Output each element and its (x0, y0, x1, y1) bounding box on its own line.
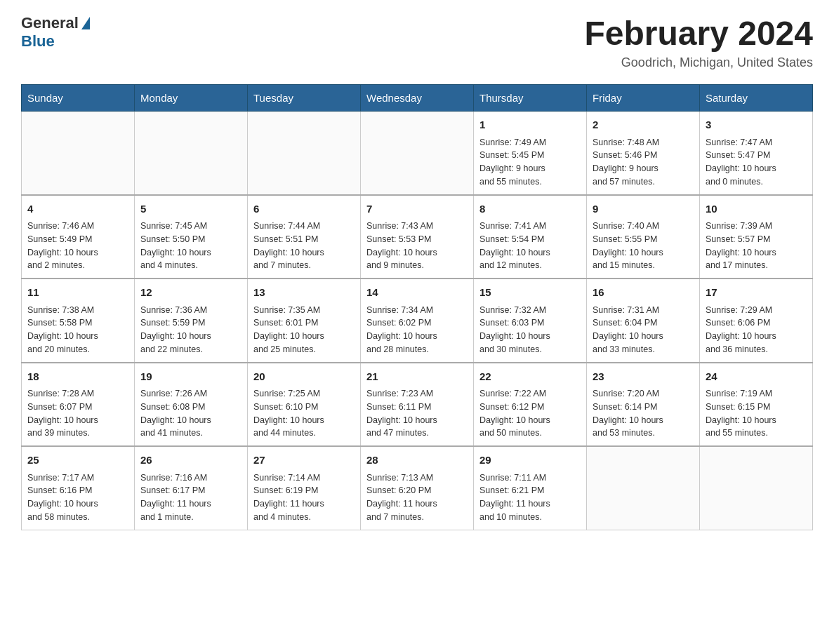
logo-blue-text: Blue (21, 32, 55, 51)
day-number: 29 (479, 452, 581, 469)
calendar-cell: 23Sunrise: 7:20 AM Sunset: 6:14 PM Dayli… (587, 363, 700, 447)
logo: General Blue (21, 14, 91, 51)
week-row-2: 4Sunrise: 7:46 AM Sunset: 5:49 PM Daylig… (22, 195, 813, 279)
weekday-header-thursday: Thursday (474, 85, 587, 112)
calendar-cell: 7Sunrise: 7:43 AM Sunset: 5:53 PM Daylig… (361, 195, 474, 279)
calendar-cell (248, 112, 361, 195)
day-number: 18 (27, 369, 128, 385)
day-number: 1 (479, 117, 581, 133)
day-info: Sunrise: 7:47 AM Sunset: 5:47 PM Dayligh… (706, 136, 807, 189)
day-info: Sunrise: 7:41 AM Sunset: 5:54 PM Dayligh… (479, 220, 581, 272)
day-number: 14 (366, 285, 468, 301)
day-number: 2 (593, 117, 694, 133)
calendar-cell: 9Sunrise: 7:40 AM Sunset: 5:55 PM Daylig… (587, 195, 700, 279)
day-info: Sunrise: 7:36 AM Sunset: 5:59 PM Dayligh… (140, 304, 241, 356)
calendar-cell: 3Sunrise: 7:47 AM Sunset: 5:47 PM Daylig… (700, 112, 813, 195)
day-number: 19 (140, 369, 241, 385)
day-number: 9 (593, 201, 694, 217)
calendar-cell (135, 112, 248, 195)
day-info: Sunrise: 7:19 AM Sunset: 6:15 PM Dayligh… (706, 387, 807, 440)
day-number: 8 (479, 201, 581, 217)
day-number: 6 (253, 201, 355, 217)
calendar-cell: 10Sunrise: 7:39 AM Sunset: 5:57 PM Dayli… (700, 195, 813, 279)
day-info: Sunrise: 7:40 AM Sunset: 5:55 PM Dayligh… (593, 220, 694, 272)
week-row-5: 25Sunrise: 7:17 AM Sunset: 6:16 PM Dayli… (22, 446, 813, 530)
day-info: Sunrise: 7:22 AM Sunset: 6:12 PM Dayligh… (479, 387, 581, 440)
weekday-header-friday: Friday (587, 85, 700, 112)
calendar-cell: 5Sunrise: 7:45 AM Sunset: 5:50 PM Daylig… (135, 195, 248, 279)
calendar-cell (361, 112, 474, 195)
day-number: 7 (366, 201, 468, 217)
weekday-header-tuesday: Tuesday (248, 85, 361, 112)
week-row-1: 1Sunrise: 7:49 AM Sunset: 5:45 PM Daylig… (22, 112, 813, 195)
day-info: Sunrise: 7:45 AM Sunset: 5:50 PM Dayligh… (140, 220, 241, 272)
day-info: Sunrise: 7:32 AM Sunset: 6:03 PM Dayligh… (479, 304, 581, 356)
weekday-header-saturday: Saturday (700, 85, 813, 112)
day-number: 16 (593, 285, 694, 301)
weekday-header-monday: Monday (135, 85, 248, 112)
day-info: Sunrise: 7:35 AM Sunset: 6:01 PM Dayligh… (253, 304, 355, 356)
day-info: Sunrise: 7:39 AM Sunset: 5:57 PM Dayligh… (706, 220, 807, 272)
day-number: 3 (706, 117, 807, 133)
calendar-cell: 21Sunrise: 7:23 AM Sunset: 6:11 PM Dayli… (361, 363, 474, 447)
calendar-cell: 14Sunrise: 7:34 AM Sunset: 6:02 PM Dayli… (361, 279, 474, 363)
day-info: Sunrise: 7:44 AM Sunset: 5:51 PM Dayligh… (253, 220, 355, 272)
week-row-3: 11Sunrise: 7:38 AM Sunset: 5:58 PM Dayli… (22, 279, 813, 363)
day-info: Sunrise: 7:13 AM Sunset: 6:20 PM Dayligh… (366, 471, 468, 524)
calendar-cell: 4Sunrise: 7:46 AM Sunset: 5:49 PM Daylig… (22, 195, 135, 279)
day-number: 28 (366, 452, 468, 469)
calendar-table: SundayMondayTuesdayWednesdayThursdayFrid… (21, 84, 813, 530)
day-info: Sunrise: 7:34 AM Sunset: 6:02 PM Dayligh… (366, 304, 468, 356)
calendar-cell: 6Sunrise: 7:44 AM Sunset: 5:51 PM Daylig… (248, 195, 361, 279)
calendar-cell: 28Sunrise: 7:13 AM Sunset: 6:20 PM Dayli… (361, 446, 474, 530)
day-number: 26 (140, 452, 241, 469)
day-info: Sunrise: 7:17 AM Sunset: 6:16 PM Dayligh… (27, 471, 128, 524)
calendar-cell: 19Sunrise: 7:26 AM Sunset: 6:08 PM Dayli… (135, 363, 248, 447)
logo-general-text: General (21, 14, 79, 32)
weekday-header-row: SundayMondayTuesdayWednesdayThursdayFrid… (22, 85, 813, 112)
calendar-cell: 29Sunrise: 7:11 AM Sunset: 6:21 PM Dayli… (474, 446, 587, 530)
calendar-cell (587, 446, 700, 530)
day-info: Sunrise: 7:48 AM Sunset: 5:46 PM Dayligh… (593, 136, 694, 189)
calendar-cell: 12Sunrise: 7:36 AM Sunset: 5:59 PM Dayli… (135, 279, 248, 363)
day-number: 5 (140, 201, 241, 217)
day-info: Sunrise: 7:38 AM Sunset: 5:58 PM Dayligh… (27, 304, 128, 356)
calendar-cell: 13Sunrise: 7:35 AM Sunset: 6:01 PM Dayli… (248, 279, 361, 363)
day-info: Sunrise: 7:16 AM Sunset: 6:17 PM Dayligh… (140, 471, 241, 524)
calendar-cell: 1Sunrise: 7:49 AM Sunset: 5:45 PM Daylig… (474, 112, 587, 195)
day-info: Sunrise: 7:26 AM Sunset: 6:08 PM Dayligh… (140, 387, 241, 440)
day-info: Sunrise: 7:28 AM Sunset: 6:07 PM Dayligh… (27, 387, 128, 440)
day-info: Sunrise: 7:43 AM Sunset: 5:53 PM Dayligh… (366, 220, 468, 272)
calendar-cell: 25Sunrise: 7:17 AM Sunset: 6:16 PM Dayli… (22, 446, 135, 530)
calendar-cell (700, 446, 813, 530)
calendar-cell: 22Sunrise: 7:22 AM Sunset: 6:12 PM Dayli… (474, 363, 587, 447)
day-info: Sunrise: 7:31 AM Sunset: 6:04 PM Dayligh… (593, 304, 694, 356)
day-info: Sunrise: 7:23 AM Sunset: 6:11 PM Dayligh… (366, 387, 468, 440)
day-number: 17 (706, 285, 807, 301)
day-number: 12 (140, 285, 241, 301)
calendar-cell: 18Sunrise: 7:28 AM Sunset: 6:07 PM Dayli… (22, 363, 135, 447)
calendar-cell: 11Sunrise: 7:38 AM Sunset: 5:58 PM Dayli… (22, 279, 135, 363)
day-number: 27 (253, 452, 355, 469)
calendar-cell: 26Sunrise: 7:16 AM Sunset: 6:17 PM Dayli… (135, 446, 248, 530)
day-info: Sunrise: 7:20 AM Sunset: 6:14 PM Dayligh… (593, 387, 694, 440)
day-info: Sunrise: 7:49 AM Sunset: 5:45 PM Dayligh… (479, 136, 581, 189)
day-number: 10 (706, 201, 807, 217)
day-number: 22 (479, 369, 581, 385)
day-number: 23 (593, 369, 694, 385)
logo-triangle-icon (81, 17, 90, 29)
day-number: 13 (253, 285, 355, 301)
calendar-cell (22, 112, 135, 195)
day-number: 24 (706, 369, 807, 385)
calendar-cell: 20Sunrise: 7:25 AM Sunset: 6:10 PM Dayli… (248, 363, 361, 447)
page-header: General Blue February 2024 Goodrich, Mic… (21, 14, 813, 70)
calendar-cell: 24Sunrise: 7:19 AM Sunset: 6:15 PM Dayli… (700, 363, 813, 447)
calendar-cell: 15Sunrise: 7:32 AM Sunset: 6:03 PM Dayli… (474, 279, 587, 363)
day-number: 4 (27, 201, 128, 217)
day-info: Sunrise: 7:46 AM Sunset: 5:49 PM Dayligh… (27, 220, 128, 272)
calendar-cell: 2Sunrise: 7:48 AM Sunset: 5:46 PM Daylig… (587, 112, 700, 195)
day-info: Sunrise: 7:11 AM Sunset: 6:21 PM Dayligh… (479, 471, 581, 524)
day-info: Sunrise: 7:14 AM Sunset: 6:19 PM Dayligh… (253, 471, 355, 524)
title-area: February 2024 Goodrich, Michigan, United… (584, 14, 813, 70)
day-number: 21 (366, 369, 468, 385)
